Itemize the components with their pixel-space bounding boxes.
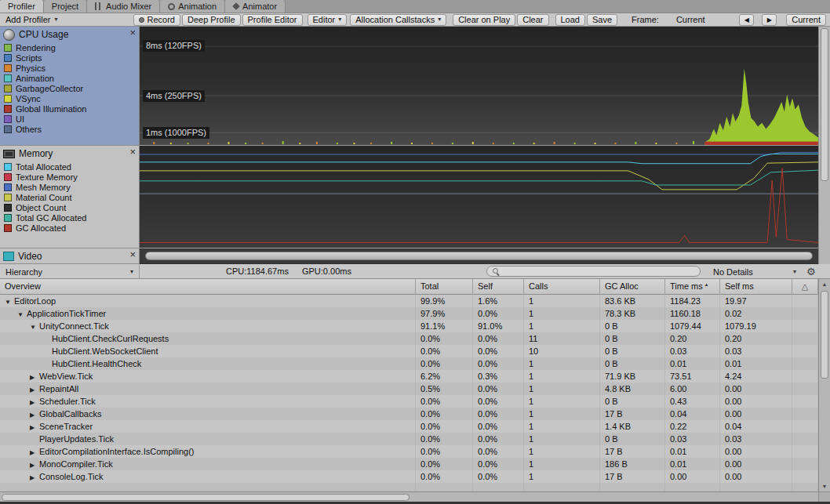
- column-header-self[interactable]: Self: [473, 279, 524, 295]
- module-video[interactable]: Video×: [0, 248, 139, 264]
- column-header-gc[interactable]: GC Alloc: [600, 279, 665, 295]
- legend-item[interactable]: Total GC Allocated: [0, 212, 139, 223]
- tab-profiler[interactable]: Profiler: [0, 0, 44, 13]
- allocation-callstacks-dropdown[interactable]: Allocation Callstacks ▾: [350, 14, 446, 26]
- foldout-closed-icon[interactable]: ▶: [30, 409, 39, 420]
- legend-item[interactable]: Mesh Memory: [0, 182, 139, 192]
- legend-item[interactable]: GarbageCollector: [0, 83, 139, 93]
- close-icon[interactable]: ×: [129, 28, 136, 38]
- charts-horizontal-scrollbar-thumb[interactable]: [145, 252, 813, 260]
- table-row[interactable]: ▶GlobalCallbacks0.0%0.0%117 B0.040.00: [0, 408, 818, 420]
- legend-item[interactable]: Animation: [0, 73, 139, 83]
- table-vertical-scrollbar[interactable]: ▲ ▼: [818, 279, 830, 491]
- profile-editor-button[interactable]: Profile Editor: [242, 14, 303, 26]
- tab-label: Profiler: [8, 2, 35, 11]
- clear-button[interactable]: Clear: [517, 14, 548, 26]
- table-scrollbar-thumb[interactable]: [821, 291, 828, 379]
- cpu-usage-chart[interactable]: 8ms (120FPS)4ms (250FPS)1ms (1000FPS): [140, 27, 818, 146]
- legend-item[interactable]: Object Count: [0, 202, 139, 212]
- prev-frame-button[interactable]: ◀: [739, 14, 754, 26]
- add-profiler-dropdown[interactable]: Add Profiler ▾: [2, 13, 61, 26]
- column-header-selfms[interactable]: Self ms: [720, 279, 792, 295]
- legend-item[interactable]: Physics: [0, 63, 139, 73]
- table-row[interactable]: ▼UnityConnect.Tick91.1%91.0%10 B1079.441…: [0, 320, 818, 332]
- search-box[interactable]: [486, 266, 701, 277]
- table-row[interactable]: ▶ConsoleLog.Tick0.0%0.0%117 B0.000.00: [0, 470, 818, 483]
- table-row[interactable]: ▶WebView.Tick6.2%0.3%171.9 KB73.514.24: [0, 370, 818, 383]
- legend-item[interactable]: Scripts: [0, 53, 139, 63]
- table-row[interactable]: HubClient.HealthCheck0.0%0.0%10 B0.010.0…: [0, 357, 818, 370]
- foldout-closed-icon[interactable]: ▶: [30, 422, 39, 433]
- row-total: 0.0%: [416, 357, 473, 370]
- row-name-cell: ▶MonoCompiler.Tick: [0, 458, 416, 470]
- tab-audio-mixer[interactable]: Audio Mixer: [87, 0, 160, 13]
- legend-item[interactable]: Global Illumination: [0, 103, 139, 114]
- charts-vertical-scrollbar[interactable]: [818, 27, 830, 264]
- table-row[interactable]: ▶MonoCompiler.Tick0.0%0.0%1186 B0.010.00: [0, 458, 818, 470]
- foldout-closed-icon[interactable]: ▶: [30, 459, 39, 470]
- table-row[interactable]: HubClient.WebSocketClient0.0%0.0%100 B0.…: [0, 345, 818, 357]
- save-button[interactable]: Save: [587, 14, 617, 26]
- search-input[interactable]: [504, 267, 694, 276]
- legend-item[interactable]: GC Allocated: [0, 223, 139, 233]
- charts-scrollbar-thumb[interactable]: [821, 28, 828, 181]
- foldout-closed-icon[interactable]: ▶: [30, 397, 39, 408]
- memory-chart[interactable]: [140, 146, 818, 248]
- row-warn-cell: [792, 420, 818, 433]
- close-icon[interactable]: ×: [129, 147, 136, 157]
- table-row[interactable]: ▶SceneTracker0.0%0.0%11.4 KB0.220.04: [0, 420, 818, 433]
- legend-item[interactable]: Texture Memory: [0, 172, 139, 182]
- row-selfms: 0.00: [720, 383, 792, 395]
- table-row[interactable]: HubClient.CheckCurlRequests0.0%0.0%110 B…: [0, 332, 818, 345]
- foldout-closed-icon[interactable]: ▶: [30, 447, 39, 458]
- row-name: MonoCompiler.Tick: [39, 459, 113, 469]
- column-header-warnings[interactable]: △: [792, 279, 818, 295]
- column-header-calls[interactable]: Calls: [524, 279, 600, 295]
- foldout-closed-icon[interactable]: ▶: [30, 372, 39, 383]
- deep-profile-button[interactable]: Deep Profile: [182, 14, 241, 26]
- gear-icon[interactable]: ⚙: [806, 266, 816, 277]
- table-row[interactable]: ▶EditorCompilationInterface.IsCompiling(…: [0, 445, 818, 458]
- foldout-closed-icon[interactable]: ▶: [30, 384, 39, 395]
- current-frame-button[interactable]: Current: [786, 14, 826, 26]
- legend-item[interactable]: VSync: [0, 93, 139, 103]
- load-button[interactable]: Load: [555, 14, 585, 26]
- hierarchy-mode-dropdown[interactable]: Hierarchy ▾: [0, 264, 140, 279]
- legend-color-swatch: [4, 74, 12, 82]
- legend-item[interactable]: Rendering: [0, 42, 139, 53]
- editor-target-dropdown[interactable]: Editor ▾: [308, 14, 348, 26]
- clear-on-play-button[interactable]: Clear on Play: [453, 14, 515, 26]
- horizontal-scrollbar[interactable]: [0, 491, 830, 502]
- horizontal-scrollbar-thumb[interactable]: [2, 494, 410, 501]
- foldout-open-icon[interactable]: ▼: [30, 321, 39, 332]
- scroll-up-icon[interactable]: ▲: [819, 279, 830, 289]
- foldout-closed-icon[interactable]: ▶: [30, 472, 39, 483]
- table-row[interactable]: ▼EditorLoop99.9%1.6%183.6 KB1184.2319.97: [0, 295, 818, 307]
- next-frame-button[interactable]: ▶: [762, 14, 777, 26]
- foldout-open-icon[interactable]: ▼: [17, 309, 27, 320]
- column-header-name[interactable]: Overview: [0, 279, 416, 295]
- column-header-time[interactable]: Time ms▴: [665, 279, 720, 295]
- table-row[interactable]: [0, 483, 818, 491]
- table-row[interactable]: ▶RepaintAll0.5%0.0%14.8 KB6.000.00: [0, 383, 818, 395]
- column-header-total[interactable]: Total: [416, 279, 473, 295]
- close-icon[interactable]: ×: [129, 250, 136, 259]
- table-row[interactable]: ▼ApplicationTickTimer97.9%0.0%178.3 KB11…: [0, 307, 818, 320]
- tab-animation[interactable]: Animation: [160, 0, 225, 13]
- legend-item[interactable]: UI: [0, 114, 139, 124]
- tab-label: Animation: [178, 2, 217, 11]
- record-button[interactable]: Record: [133, 14, 180, 26]
- scroll-down-icon[interactable]: ▼: [819, 481, 830, 491]
- legend-item[interactable]: Material Count: [0, 192, 139, 202]
- module-mem[interactable]: Memory×Total AllocatedTexture MemoryMesh…: [0, 146, 139, 248]
- table-row[interactable]: PlayerUpdates.Tick0.0%0.0%10 B0.030.03: [0, 433, 818, 445]
- foldout-open-icon[interactable]: ▼: [5, 296, 14, 307]
- legend-item[interactable]: Others: [0, 124, 139, 134]
- details-dropdown[interactable]: No Details ▾: [708, 264, 801, 279]
- table-row[interactable]: ▶Scheduler.Tick0.0%0.0%10 B0.430.00: [0, 395, 818, 408]
- tab-project[interactable]: Project: [44, 0, 87, 13]
- legend-item[interactable]: Total Allocated: [0, 161, 139, 172]
- module-cpu[interactable]: CPU Usage×RenderingScriptsPhysicsAnimati…: [0, 27, 139, 146]
- row-name-cell: ▼EditorLoop: [0, 295, 416, 307]
- tab-animator[interactable]: Animator: [225, 0, 286, 13]
